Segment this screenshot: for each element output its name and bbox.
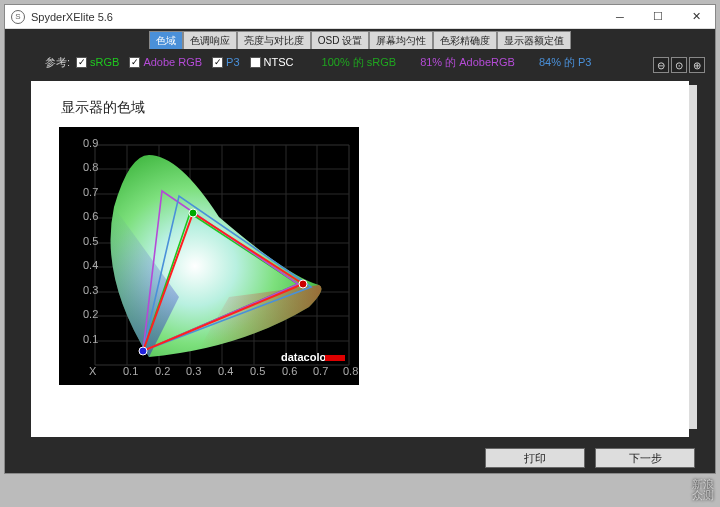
- zoom-out-icon[interactable]: ⊖: [653, 57, 669, 73]
- tab-osd[interactable]: OSD 设置: [311, 31, 369, 49]
- result-p3: 84% 的 P3: [539, 55, 592, 70]
- titlebar: S SpyderXElite 5.6 ─ ☐ ✕: [5, 5, 715, 29]
- svg-point-24: [299, 280, 307, 288]
- svg-text:datacolor: datacolor: [281, 351, 331, 363]
- svg-text:0.4: 0.4: [218, 365, 233, 377]
- content-title: 显示器的色域: [31, 81, 689, 127]
- tab-uniformity[interactable]: 屏幕均匀性: [369, 31, 433, 49]
- content-scrollbar[interactable]: [689, 85, 697, 429]
- svg-text:0.7: 0.7: [313, 365, 328, 377]
- opt-adobergb[interactable]: ✓Adobe RGB: [129, 56, 202, 68]
- svg-text:0.9: 0.9: [83, 137, 98, 149]
- opt-p3[interactable]: ✓P3: [212, 56, 239, 68]
- minimize-button[interactable]: ─: [601, 5, 639, 28]
- tab-gamut[interactable]: 色域: [149, 31, 183, 49]
- svg-text:0.4: 0.4: [83, 259, 98, 271]
- svg-text:0.3: 0.3: [83, 284, 98, 296]
- reference-row: 参考: ✓sRGB ✓Adobe RGB ✓P3 NTSC 100% 的 sRG…: [5, 49, 715, 75]
- svg-point-26: [139, 347, 147, 355]
- svg-text:0.3: 0.3: [186, 365, 201, 377]
- svg-text:X: X: [89, 365, 97, 377]
- svg-text:0.1: 0.1: [83, 333, 98, 345]
- svg-text:0.8: 0.8: [343, 365, 358, 377]
- next-button[interactable]: 下一步: [595, 448, 695, 468]
- svg-text:0.2: 0.2: [155, 365, 170, 377]
- close-button[interactable]: ✕: [677, 5, 715, 28]
- result-adobergb: 81% 的 AdobeRGB: [420, 55, 515, 70]
- tab-accuracy[interactable]: 色彩精确度: [433, 31, 497, 49]
- app-window: S SpyderXElite 5.6 ─ ☐ ✕ 色域 色调响应 亮度与对比度 …: [4, 4, 716, 474]
- app-body: 色域 色调响应 亮度与对比度 OSD 设置 屏幕均匀性 色彩精确度 显示器额定值…: [5, 29, 715, 473]
- gamut-chart: 0.90.80.70.60.50.40.30.20.1 X 0.10.20.30…: [59, 127, 359, 385]
- svg-text:0.6: 0.6: [282, 365, 297, 377]
- svg-text:0.8: 0.8: [83, 161, 98, 173]
- zoom-in-icon[interactable]: ⊕: [689, 57, 705, 73]
- opt-srgb[interactable]: ✓sRGB: [76, 56, 119, 68]
- maximize-button[interactable]: ☐: [639, 5, 677, 28]
- svg-rect-47: [325, 355, 345, 361]
- tab-tone[interactable]: 色调响应: [183, 31, 237, 49]
- footer: 打印 下一步: [5, 443, 715, 473]
- svg-point-25: [189, 209, 197, 217]
- content-pane: 显示器的色域: [31, 81, 689, 437]
- print-button[interactable]: 打印: [485, 448, 585, 468]
- zoom-reset-icon[interactable]: ⊙: [671, 57, 687, 73]
- app-icon: S: [11, 10, 25, 24]
- svg-text:0.1: 0.1: [123, 365, 138, 377]
- window-controls: ─ ☐ ✕: [601, 5, 715, 28]
- svg-text:0.6: 0.6: [83, 210, 98, 222]
- zoom-controls: ⊖ ⊙ ⊕: [653, 57, 705, 73]
- tab-strip: 色域 色调响应 亮度与对比度 OSD 设置 屏幕均匀性 色彩精确度 显示器额定值: [5, 29, 715, 49]
- svg-text:0.2: 0.2: [83, 308, 98, 320]
- opt-ntsc[interactable]: NTSC: [250, 56, 294, 68]
- watermark: 新浪众测: [692, 479, 714, 501]
- tab-brightness[interactable]: 亮度与对比度: [237, 31, 311, 49]
- tab-rating[interactable]: 显示器额定值: [497, 31, 571, 49]
- svg-text:0.7: 0.7: [83, 186, 98, 198]
- reference-label: 参考:: [45, 55, 70, 70]
- svg-text:0.5: 0.5: [83, 235, 98, 247]
- svg-text:0.5: 0.5: [250, 365, 265, 377]
- result-srgb: 100% 的 sRGB: [322, 55, 397, 70]
- window-title: SpyderXElite 5.6: [31, 11, 601, 23]
